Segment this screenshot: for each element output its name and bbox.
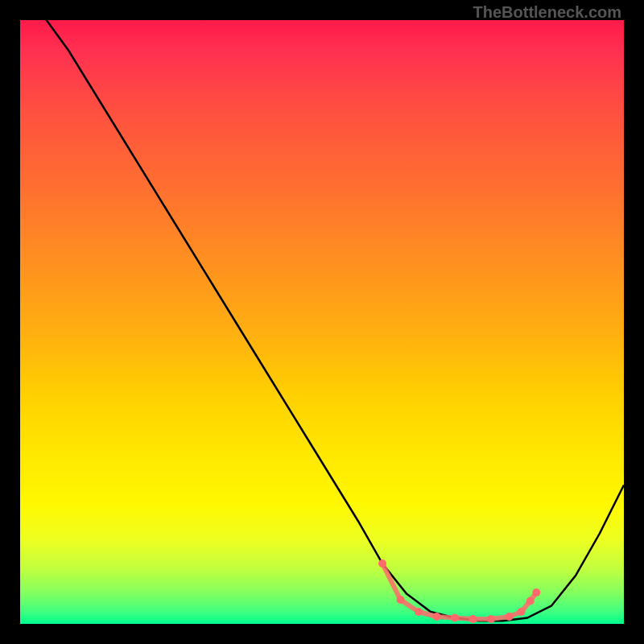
chart-svg <box>20 20 624 624</box>
marker-dot <box>415 608 423 616</box>
marker-dot <box>532 588 540 597</box>
watermark-text: TheBottleneck.com <box>473 3 621 22</box>
marker-dot <box>518 608 526 616</box>
marker-dot <box>378 559 386 568</box>
bottleneck-curve <box>20 20 624 621</box>
chart-area <box>20 20 624 624</box>
marker-dot <box>506 613 514 621</box>
marker-dot <box>433 613 441 621</box>
marker-dot <box>469 615 477 623</box>
marker-dot <box>487 615 495 623</box>
marker-group <box>378 559 540 623</box>
marker-dot <box>397 596 405 604</box>
marker-dot <box>451 614 459 622</box>
marker-dot <box>526 597 535 605</box>
curve-path-group <box>20 20 624 621</box>
